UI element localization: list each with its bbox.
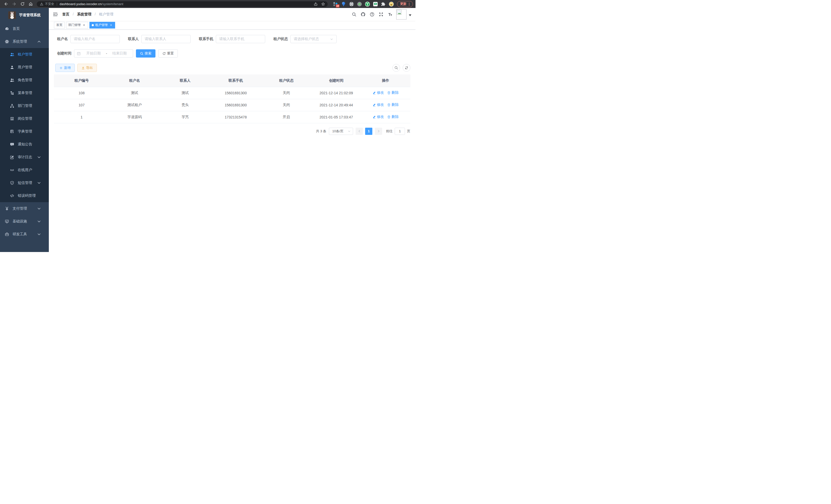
sidebar-item-label: 短信管理	[18, 181, 32, 185]
next-page-button[interactable]	[375, 128, 382, 135]
status-select[interactable]: 请选择租户状态	[290, 35, 337, 43]
search-icon	[140, 52, 143, 55]
search-icon	[395, 66, 398, 69]
table-row: 108测试测试15601691300关闭2021-12-14 21:02:09修…	[54, 87, 410, 99]
puzzle-icon[interactable]	[381, 2, 386, 7]
page-number-1[interactable]: 1	[365, 128, 372, 135]
browser-update-button[interactable]: 更新	[397, 1, 413, 7]
sidebar-item-label: 系统管理	[12, 39, 27, 44]
cell-mobile: 17321315478	[210, 111, 261, 123]
help-question-icon[interactable]	[370, 12, 374, 17]
yudao-ext-icon[interactable]	[365, 2, 370, 7]
cell-name: 芋道源码	[109, 111, 160, 123]
browser-home-icon[interactable]	[29, 2, 33, 6]
sidebar-collapse-icon[interactable]	[53, 12, 58, 17]
filter-row-1: 租户名 请输入租户名 联系人 请输入联系人 联系手机 请输入联系手机 租户状态 …	[57, 35, 410, 43]
tenant-name-input[interactable]: 请输入租户名	[70, 35, 120, 43]
browser-reload-icon[interactable]	[20, 2, 25, 6]
add-button[interactable]: 新增	[55, 64, 75, 72]
create-time-range-picker[interactable]: 开始日期 - 结束日期	[74, 49, 133, 58]
sidebar-item[interactable]: 岗位管理	[0, 112, 49, 125]
chat-ext-icon[interactable]	[373, 2, 378, 7]
balloon-ext-icon[interactable]	[341, 2, 346, 7]
page-url[interactable]: dashboard.yudao.iocoder.cn/system/tenant	[60, 2, 123, 6]
chevron-left-icon	[358, 130, 361, 132]
tag-close-icon[interactable]: ×	[109, 23, 113, 27]
browser-menu-dots-icon[interactable]	[407, 2, 411, 6]
app-logo-row[interactable]: 芋道管理系统	[0, 8, 49, 22]
sidebar-item[interactable]: 部门管理	[0, 99, 49, 112]
sidebar-item[interactable]: 首页	[0, 22, 49, 35]
tag-active[interactable]: 租户管理×	[89, 22, 115, 29]
end-date-placeholder: 结束日期	[109, 51, 130, 56]
message-icon	[10, 142, 14, 146]
contact-label: 联系人	[128, 37, 139, 41]
sidebar-item[interactable]: 支付管理	[0, 202, 49, 215]
org-icon	[10, 104, 14, 108]
sidebar-item[interactable]: 通知公告	[0, 138, 49, 151]
tag-item[interactable]: 首页	[54, 22, 65, 29]
delete-link[interactable]: 删除	[387, 102, 399, 107]
tag-item[interactable]: 部门管理×	[66, 22, 88, 29]
sidebar-item[interactable]: 用户管理	[0, 61, 49, 74]
toggle-search-button[interactable]	[392, 64, 400, 72]
sidebar-item[interactable]: 在线用户	[0, 164, 49, 176]
column-header: 联系人	[160, 75, 210, 87]
sidebar-item[interactable]: 字典管理	[0, 125, 49, 138]
delete-link[interactable]: 删除	[387, 115, 399, 119]
table-row: 1芋道源码芋艿17321315478开启2021-01-05 17:03:47修…	[54, 111, 410, 123]
header-search-icon[interactable]	[352, 12, 356, 17]
user-avatar[interactable]	[396, 9, 406, 20]
sidebar-item[interactable]: 错误码管理	[0, 189, 49, 202]
page-size-select[interactable]: 10条/页	[329, 128, 353, 135]
search-button[interactable]: 搜索	[136, 49, 155, 58]
breadcrumb-system[interactable]: 系统管理	[77, 12, 91, 16]
sidebar-item[interactable]: 研发工具	[0, 228, 49, 241]
sidebar-item[interactable]: 基础设施	[0, 215, 49, 228]
column-header: 租户名	[109, 75, 160, 87]
recorder-ext-icon[interactable]	[357, 2, 362, 7]
breadcrumb-home[interactable]: 首页	[62, 12, 69, 16]
mobile-input[interactable]: 请输入联系手机	[216, 35, 265, 43]
security-label[interactable]: 不安全	[45, 2, 54, 6]
sidebar-item[interactable]: 系统管理	[0, 35, 49, 48]
sidebar-item-label: 研发工具	[12, 232, 27, 237]
column-header: 操作	[361, 75, 410, 87]
address-bar[interactable]: 不安全 dashboard.yudao.iocoder.cn/system/te…	[37, 1, 327, 7]
browser-forward-icon[interactable]	[12, 2, 17, 6]
sidebar-item[interactable]: 租户管理	[0, 48, 49, 61]
edit-link[interactable]: 修改	[373, 115, 384, 119]
status-label: 租户状态	[274, 37, 288, 41]
sidebar-item[interactable]: 菜单管理	[0, 87, 49, 99]
sidebar-item-label: 基础设施	[12, 219, 27, 224]
refresh-table-button[interactable]	[403, 64, 410, 72]
command-ext-icon[interactable]	[349, 2, 354, 7]
column-header: 租户编号	[54, 75, 109, 87]
sidebar-item[interactable]: 审计日志	[0, 151, 49, 164]
chevron-right-icon	[377, 130, 380, 132]
trash-icon	[387, 91, 391, 94]
prev-page-button[interactable]	[355, 128, 363, 135]
sidebar-item[interactable]: 角色管理	[0, 74, 49, 87]
browser-back-icon[interactable]	[4, 2, 8, 6]
export-button[interactable]: 导出	[77, 64, 97, 72]
delete-link[interactable]: 删除	[387, 90, 399, 95]
fullscreen-icon[interactable]	[379, 12, 383, 17]
contact-input[interactable]: 请输入联系人	[141, 35, 191, 43]
reset-button[interactable]: 重置	[158, 49, 178, 58]
cell-status: 关闭	[261, 87, 312, 99]
goto-page-input[interactable]: 1	[395, 128, 405, 135]
cell-mobile: 15601691300	[210, 99, 261, 111]
edit-link[interactable]: 修改	[373, 90, 384, 95]
profile-emoji-icon[interactable]	[389, 2, 394, 7]
sidebar-item[interactable]: 短信管理	[0, 176, 49, 189]
share-icon[interactable]	[314, 2, 318, 6]
avatar-dropdown-caret-icon[interactable]	[409, 14, 411, 18]
sidebar-item-label: 支付管理	[12, 206, 27, 211]
github-icon[interactable]	[361, 12, 365, 17]
bookmark-star-icon[interactable]	[321, 2, 325, 6]
blocker-ext-icon[interactable]: 10	[333, 2, 338, 7]
edit-link[interactable]: 修改	[373, 102, 384, 107]
tag-close-icon[interactable]: ×	[82, 23, 86, 27]
font-size-icon[interactable]	[388, 12, 392, 17]
